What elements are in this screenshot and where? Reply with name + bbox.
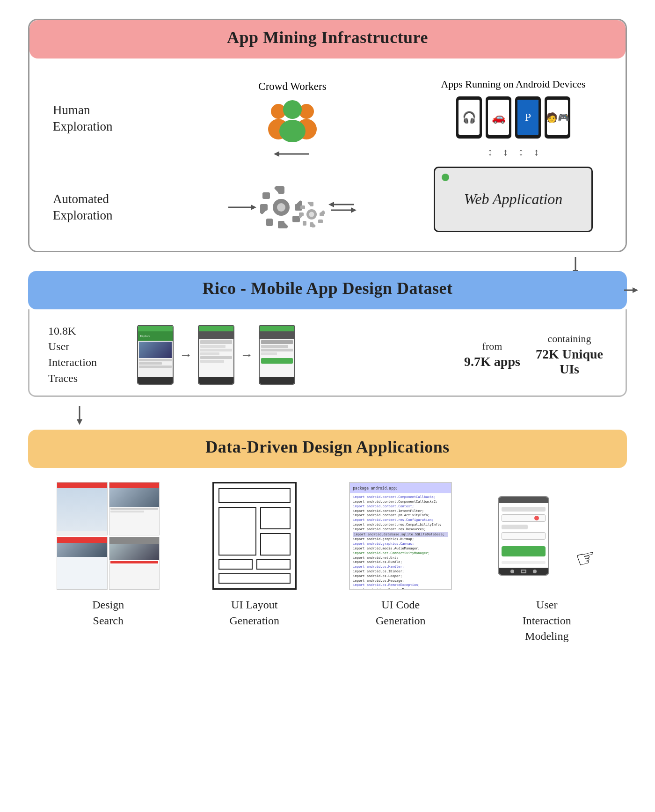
layout-gen-label: UI Layout Generation bbox=[229, 597, 279, 629]
rico-section: Rico - Mobile App Design Dataset 10.8K U… bbox=[28, 271, 627, 397]
lg-mr-top bbox=[260, 507, 291, 529]
seq-phone-2 bbox=[198, 325, 234, 385]
seq-phone-2-statusbar bbox=[199, 326, 233, 331]
arrow-to-dd bbox=[28, 406, 627, 425]
seq-phone-3-toolbar bbox=[260, 331, 294, 339]
unique-uis: 72K Unique UIs bbox=[536, 347, 603, 377]
web-app-box: Web Application bbox=[434, 167, 593, 232]
cl-16: import android.os.Handler; bbox=[353, 565, 448, 570]
uim-phone-content bbox=[499, 503, 548, 568]
dd-item-design-search: Design Search bbox=[43, 482, 174, 629]
crowd-workers-label: Crowd Workers bbox=[258, 80, 326, 94]
cl-7: import android.content.res.Compatibility… bbox=[353, 523, 448, 527]
ds-thumb-2 bbox=[109, 482, 160, 535]
ds-thumb-3 bbox=[57, 537, 108, 590]
mining-header: App Mining Infrastructure bbox=[29, 20, 626, 59]
down-arrow-1: ↕ bbox=[488, 146, 493, 158]
apps-count: 9.7K apps bbox=[464, 354, 520, 369]
svg-point-11 bbox=[277, 203, 285, 212]
arrow-crowd-left bbox=[274, 148, 311, 160]
cl-1: import android.content.ComponentCallback… bbox=[353, 495, 448, 500]
containing-section: containing 72K Unique UIs bbox=[532, 333, 607, 377]
code-gen-label: UI Code Generation bbox=[376, 597, 426, 629]
cl-21: import android.os.ServiceManager; bbox=[353, 588, 448, 589]
rico-content: 10.8K User Interaction Traces Explore bbox=[28, 309, 627, 397]
uim-nav-home bbox=[521, 570, 526, 573]
sp3-l2 bbox=[261, 345, 288, 348]
design-search-visual bbox=[57, 482, 160, 590]
ds-thumb-4-body bbox=[109, 564, 160, 590]
rico-header: Rico - Mobile App Design Dataset bbox=[28, 271, 627, 309]
uim-visual: ☞ bbox=[493, 482, 601, 590]
sp3-l1 bbox=[261, 340, 293, 344]
uim-phone-nav bbox=[499, 568, 548, 575]
layout-gen-visual bbox=[212, 482, 297, 590]
uim-action-button bbox=[502, 546, 546, 556]
phone-sequence: Explore → bbox=[137, 325, 452, 385]
down-arrow-3: ↕ bbox=[518, 146, 524, 158]
dd-item-code-gen: package android.app; import android.cont… bbox=[335, 482, 466, 629]
seq-phone-2-toolbar bbox=[199, 331, 233, 339]
uim-nav-recent bbox=[533, 570, 537, 573]
gears-cell bbox=[160, 183, 424, 232]
svg-marker-37 bbox=[328, 202, 334, 207]
lg-mid-right bbox=[260, 507, 291, 556]
cl-17: import android.os.IBinder; bbox=[353, 570, 448, 574]
code-header: package android.app; bbox=[350, 483, 451, 493]
cl-9-hl: import android.database.sqlite.SQLiteDat… bbox=[353, 532, 448, 538]
web-app-label: Web Application bbox=[464, 190, 563, 208]
phone-screen-2: 🚗 bbox=[488, 100, 509, 135]
cl-18: import android.os.Looper; bbox=[353, 574, 448, 579]
uim-input-2 bbox=[502, 532, 546, 540]
svg-point-5 bbox=[279, 120, 306, 142]
dd-item-layout-gen: UI Layout Generation bbox=[189, 482, 320, 629]
seq-phone-1-nav bbox=[138, 377, 173, 384]
cl-20: import android.os.RemoteException; bbox=[353, 583, 448, 588]
gear-large-icon bbox=[260, 186, 302, 228]
svg-rect-30 bbox=[318, 219, 323, 223]
phone-screen-3: P bbox=[517, 100, 539, 135]
cl-4: import android.content.IntentFilter; bbox=[353, 509, 448, 514]
svg-point-24 bbox=[309, 212, 314, 217]
seq-phone-1-toolbar: Explore bbox=[138, 331, 173, 341]
main-container: App Mining Infrastructure Human Explorat… bbox=[28, 19, 627, 649]
arrow-down-to-dd bbox=[66, 406, 94, 425]
traces-label: 10.8K User Interaction Traces bbox=[48, 323, 128, 386]
automated-exploration-label: Automated Exploration bbox=[53, 183, 160, 232]
lg-mid bbox=[218, 507, 291, 556]
uim-red-dot bbox=[534, 516, 539, 520]
lg-bottom-bar bbox=[218, 573, 291, 584]
cl-19: import android.os.Message; bbox=[353, 579, 448, 584]
svg-marker-9 bbox=[251, 205, 256, 210]
ds-thumb-3-img bbox=[57, 543, 107, 557]
lg-bot-row bbox=[218, 559, 291, 570]
lg-bot-1 bbox=[218, 559, 253, 570]
sp2-l4 bbox=[200, 352, 219, 355]
phone-screen-4: 🧑‍🎮 bbox=[547, 100, 568, 135]
lg-top-bar bbox=[218, 488, 291, 503]
phone-icon-4: 🧑‍🎮 bbox=[546, 112, 569, 123]
arrow-gear-right bbox=[228, 202, 256, 213]
crowd-icon bbox=[264, 97, 320, 142]
ds-thumb-2-img bbox=[109, 488, 160, 507]
svg-marker-45 bbox=[77, 419, 82, 425]
code-body: import android.content.ComponentCallback… bbox=[350, 493, 451, 589]
ds-thumb-2-bar bbox=[109, 483, 160, 488]
cl-2: import android.content.ComponentCallback… bbox=[353, 500, 448, 505]
seq-phone-2-content bbox=[199, 339, 233, 377]
cl-14: import android.net.Uri; bbox=[353, 556, 448, 561]
seq-phone-3 bbox=[259, 325, 295, 385]
cl-8: import android.content.res.Resources; bbox=[353, 527, 448, 532]
cl-15: import android.os.Bundle; bbox=[353, 560, 448, 565]
phone-2: 🚗 bbox=[486, 96, 511, 139]
svg-marker-39 bbox=[351, 207, 357, 213]
ds-thumb-4-img bbox=[109, 544, 160, 560]
cl-5: import android.content.pm.ActivityInfo; bbox=[353, 513, 448, 518]
mining-section-frame: App Mining Infrastructure Human Explorat… bbox=[28, 19, 627, 252]
lg-mr-bot bbox=[260, 533, 291, 556]
seq-arrow-2: → bbox=[240, 347, 253, 362]
seq-arrow-1: → bbox=[179, 347, 192, 362]
data-driven-section: Data-Driven Design Applications bbox=[28, 430, 627, 649]
code-gen-visual: package android.app; import android.cont… bbox=[349, 482, 452, 590]
lg-bot-2 bbox=[256, 559, 291, 570]
